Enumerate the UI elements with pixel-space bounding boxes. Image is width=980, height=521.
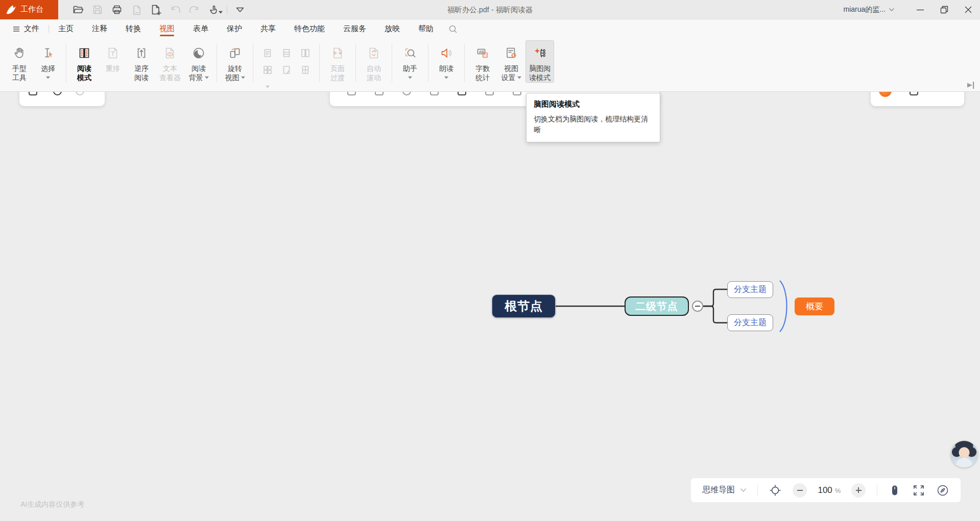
ribbon-item-label2: 背景 (189, 73, 209, 82)
ribbon-view-settings[interactable]: 视图设置 (497, 40, 525, 83)
menu-tab-present[interactable]: 放映 (385, 19, 400, 38)
partial-icon[interactable] (29, 92, 37, 95)
ribbon-read-aloud[interactable]: 朗读 (432, 40, 461, 83)
locate-center-icon[interactable] (769, 484, 782, 497)
quick-print-icon[interactable] (107, 0, 127, 19)
ribbon-item-label2: 统计 (475, 73, 490, 82)
menu-tab-features[interactable]: 特色功能 (294, 19, 325, 38)
partial-icon[interactable] (458, 92, 466, 95)
ribbon-separator (392, 43, 392, 82)
ribbon-hand-tool[interactable]: 手型工具 (5, 40, 34, 83)
wordcount-icon: AB (475, 42, 490, 64)
menu-tab-file[interactable]: 文件 (12, 19, 39, 38)
workspace-label: 工作台 (20, 5, 43, 14)
floating-toolbar-left (19, 92, 105, 106)
fullscreen-icon[interactable] (912, 484, 925, 497)
ribbon-select-tool[interactable]: 选择 (34, 40, 62, 83)
mindmap-summary-node[interactable]: 概要 (795, 297, 834, 315)
partial-icon[interactable] (375, 92, 384, 95)
menu-tab-comment[interactable]: 注释 (92, 19, 107, 38)
chevron-down-icon (889, 8, 895, 12)
quick-touch-mode-icon[interactable] (204, 0, 224, 19)
partial-icon[interactable] (430, 92, 439, 95)
view-mode-label: 思维导图 (702, 485, 735, 495)
menu-tab-home[interactable]: 主页 (58, 19, 74, 38)
speaker-icon (439, 42, 453, 64)
menu-tab-help[interactable]: 帮助 (418, 19, 434, 38)
menu-tab-label: 特色功能 (294, 24, 325, 34)
menu-tab-cloud[interactable]: 云服务 (343, 19, 366, 38)
quick-save-icon (88, 0, 107, 19)
ribbon-separator (464, 43, 465, 82)
mindmap-canvas[interactable]: 脑图阅读模式 切换文档为脑图阅读，梳理结构更清晰 根节点 二级节点 分支主题 分… (0, 92, 980, 521)
zoom-in-button[interactable] (851, 483, 866, 498)
quick-open-folder-icon[interactable] (68, 0, 88, 19)
partial-icon[interactable] (53, 92, 62, 95)
partial-icon[interactable] (347, 92, 356, 95)
ribbon-assistant[interactable]: 助手 (396, 40, 424, 83)
mindmap-branch-node[interactable]: 分支主题 (727, 314, 773, 331)
menu-tab-form[interactable]: 表单 (193, 19, 208, 38)
ribbon-word-count[interactable]: AB字数统计 (468, 40, 497, 83)
partial-icon[interactable] (402, 92, 411, 95)
partial-icon[interactable] (485, 92, 494, 95)
compass-icon[interactable] (936, 484, 949, 497)
ribbon-rotate-view[interactable]: 旋转视图 (221, 40, 249, 83)
mindmap-root-node[interactable]: 根节点 (492, 294, 556, 318)
mindmap-second-node[interactable]: 二级节点 (625, 296, 689, 316)
textviewer-icon (163, 42, 177, 64)
zoom-value: 100 (818, 485, 832, 495)
restore-button[interactable] (932, 0, 956, 19)
ribbon-mindmap-mode[interactable]: 脑图阅读模式 (525, 40, 554, 83)
ribbon-item-label2: 读模式 (529, 73, 551, 82)
menu-tab-label: 注释 (92, 24, 107, 34)
divider (877, 485, 877, 496)
reverse-icon (134, 42, 149, 64)
chevron-down-icon (740, 488, 747, 492)
ribbon-item-label: 逆序 (134, 64, 149, 73)
close-button[interactable] (956, 0, 980, 19)
ribbon-read-mode[interactable]: 阅读模式 (70, 40, 99, 83)
ribbon-reverse-reading[interactable]: 逆序阅读 (127, 40, 156, 83)
pin-panel-icon[interactable] (966, 82, 976, 89)
account-menu[interactable]: miarua的监... (844, 5, 895, 14)
divider (227, 5, 227, 14)
mouse-mode-icon[interactable] (888, 484, 901, 497)
partial-icon-orange[interactable] (879, 92, 892, 97)
ribbon-reading-background[interactable]: 阅读背景 (184, 40, 213, 83)
quick-redo-icon (185, 0, 204, 19)
divider (757, 485, 758, 496)
layout-continuous-icon (282, 48, 291, 58)
chevron-down-icon (205, 76, 209, 79)
quick-toolbar-overflow-icon[interactable] (230, 0, 250, 19)
ribbon-separator (217, 43, 217, 82)
workspace-button[interactable]: 工作台 (0, 0, 58, 19)
partial-icon[interactable] (513, 92, 521, 95)
search-icon[interactable] (448, 24, 458, 34)
reflow-icon (106, 42, 120, 64)
ribbon-item-label: 自动 (367, 64, 381, 73)
layout-curl-icon (282, 65, 291, 75)
menu-tab-convert[interactable]: 转换 (126, 19, 141, 38)
account-name: miarua的监... (844, 5, 886, 14)
avatar[interactable] (951, 441, 977, 467)
ribbon-separator (355, 43, 356, 82)
menu-tab-label: 云服务 (343, 24, 366, 34)
ribbon-separator (319, 43, 320, 82)
zoom-out-button[interactable] (793, 483, 807, 498)
minimize-button[interactable] (908, 0, 932, 19)
floating-toolbar-right (871, 92, 964, 106)
view-mode-select[interactable]: 思维导图 (702, 485, 747, 495)
layout-two-icon (263, 65, 272, 75)
ribbon-item-label: 视图 (504, 64, 518, 73)
partial-icon[interactable] (76, 92, 84, 95)
mindmap-branch-node[interactable]: 分支主题 (727, 281, 773, 298)
menu-tab-protect[interactable]: 保护 (227, 19, 242, 38)
menu-tab-share[interactable]: 共享 (260, 19, 276, 38)
menu-tab-view[interactable]: 视图 (159, 19, 175, 38)
partial-icon[interactable] (910, 92, 918, 95)
quick-new-page-icon[interactable] (146, 0, 165, 19)
collapse-node-button[interactable] (692, 301, 703, 312)
ribbon-separator (253, 43, 253, 82)
chevron-down-icon (408, 76, 412, 79)
